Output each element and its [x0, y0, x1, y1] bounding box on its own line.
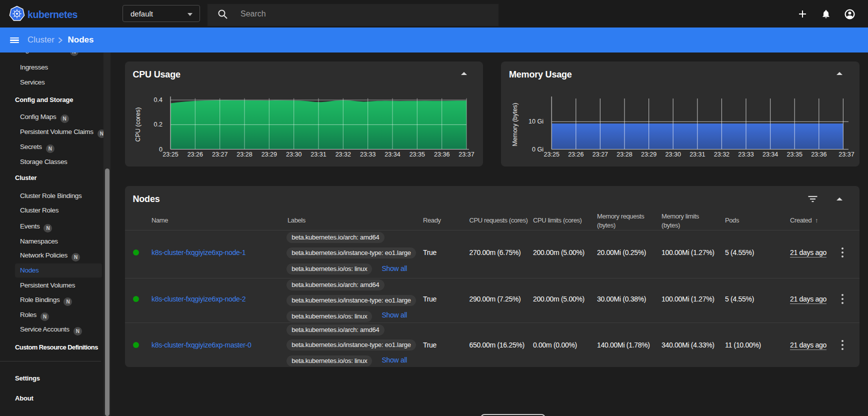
svg-text:23:37: 23:37 [458, 150, 474, 158]
svg-text:23:37: 23:37 [838, 150, 854, 158]
svg-text:23:27: 23:27 [592, 150, 608, 158]
svg-text:23:33: 23:33 [738, 150, 754, 158]
svg-text:23:35: 23:35 [409, 150, 424, 158]
svg-text:23:34: 23:34 [384, 150, 400, 158]
svg-text:0 Gi: 0 Gi [532, 146, 544, 152]
svg-text:23:25: 23:25 [544, 150, 560, 158]
svg-text:0.2: 0.2 [154, 121, 162, 128]
svg-text:23:28: 23:28 [236, 150, 252, 158]
svg-text:10 Gi: 10 Gi [528, 118, 544, 125]
svg-text:23:33: 23:33 [360, 150, 376, 158]
svg-text:23:26: 23:26 [187, 150, 202, 158]
svg-text:23:27: 23:27 [212, 150, 228, 158]
svg-text:23:32: 23:32 [335, 150, 350, 158]
svg-text:23:31: 23:31 [310, 150, 326, 158]
svg-text:23:30: 23:30 [666, 150, 681, 158]
svg-text:23:28: 23:28 [616, 150, 632, 158]
svg-text:CPU (cores): CPU (cores) [134, 107, 142, 142]
svg-text:Memory (bytes): Memory (bytes) [512, 102, 518, 146]
svg-text:23:29: 23:29 [261, 150, 276, 158]
svg-text:23:36: 23:36 [434, 150, 450, 158]
svg-text:23:32: 23:32 [714, 150, 730, 158]
svg-text:23:34: 23:34 [762, 150, 778, 158]
svg-text:23:35: 23:35 [787, 150, 802, 158]
svg-text:23:36: 23:36 [811, 150, 826, 158]
svg-text:23:26: 23:26 [568, 150, 584, 158]
svg-text:23:25: 23:25 [162, 150, 178, 158]
svg-text:23:29: 23:29 [641, 150, 656, 158]
svg-text:0.4: 0.4 [154, 96, 162, 104]
svg-text:23:31: 23:31 [690, 150, 705, 158]
svg-text:23:30: 23:30 [286, 150, 302, 158]
svg-text:0: 0 [159, 146, 162, 152]
